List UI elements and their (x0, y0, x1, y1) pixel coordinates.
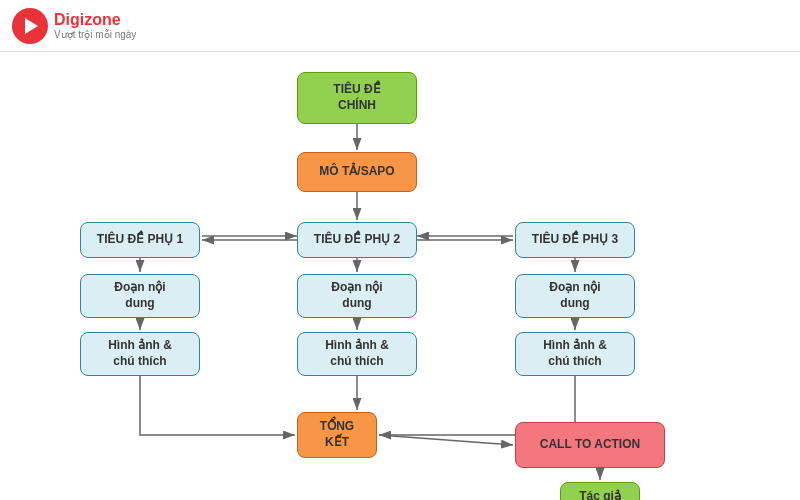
node-tieu_de_chinh: TIÊU ĐỀ CHÍNH (297, 72, 417, 124)
logo-icon (12, 8, 48, 44)
play-icon (25, 18, 38, 34)
node-hinh_anh2: Hình ảnh & chú thích (297, 332, 417, 376)
node-tieu_de_phu1: TIÊU ĐỀ PHỤ 1 (80, 222, 200, 258)
node-call_to_action: CALL TO ACTION (515, 422, 665, 468)
svg-line-15 (379, 435, 513, 445)
node-doan_noi_dung1: Đoạn nội dung (80, 274, 200, 318)
node-mo_ta_sapo: MÔ TẢ/SAPO (297, 152, 417, 192)
node-hinh_anh3: Hình ảnh & chú thích (515, 332, 635, 376)
node-doan_noi_dung2: Đoạn nội dung (297, 274, 417, 318)
diagram: TIÊU ĐỀ CHÍNHMÔ TẢ/SAPOTIÊU ĐỀ PHỤ 1TIÊU… (0, 52, 800, 500)
brand-name-colored: Digi (54, 11, 84, 28)
brand-name-rest: zone (84, 11, 120, 28)
node-hinh_anh1: Hình ảnh & chú thích (80, 332, 200, 376)
brand-name: Digizone (54, 11, 136, 29)
brand-tagline: Vượt trội mỗi ngày (54, 29, 136, 40)
node-tieu_de_phu2: TIÊU ĐỀ PHỤ 2 (297, 222, 417, 258)
logo-text: Digizone Vượt trội mỗi ngày (54, 11, 136, 40)
node-tong_ket: TỔNG KẾT (297, 412, 377, 458)
node-doan_noi_dung3: Đoạn nội dung (515, 274, 635, 318)
node-tac_gia: Tác giả (560, 482, 640, 500)
node-tieu_de_phu3: TIÊU ĐỀ PHỤ 3 (515, 222, 635, 258)
header: Digizone Vượt trội mỗi ngày (0, 0, 800, 52)
